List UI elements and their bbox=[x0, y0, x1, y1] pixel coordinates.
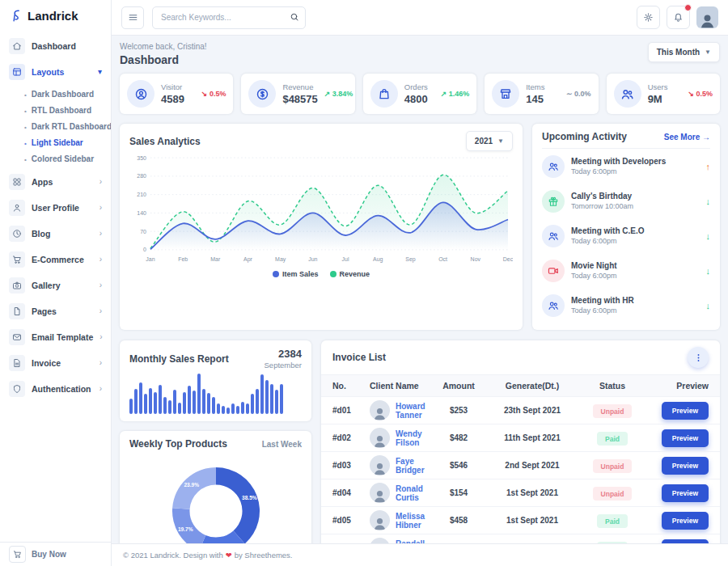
dashboard-content: Welcome back, Cristina! Dashboard This M… bbox=[112, 36, 728, 543]
activity-item[interactable]: Cally's Birthday Tomorrow 10:00am ↓ bbox=[542, 184, 710, 218]
preview-button[interactable]: Preview bbox=[662, 429, 709, 447]
table-row: #d06 Randall Case $548 28th Aug 2021 Pai… bbox=[321, 534, 720, 543]
bar bbox=[275, 390, 278, 414]
sidebar-item-email-template[interactable]: Email Template › bbox=[0, 324, 111, 350]
year-select[interactable]: 2021 ▼ bbox=[466, 131, 513, 151]
trend-indicator: ∼ 0.0% bbox=[566, 90, 591, 98]
search-input[interactable] bbox=[152, 6, 306, 29]
sidebar-subitem-light-sidebar[interactable]: Light Sidebar bbox=[24, 134, 111, 150]
client-link[interactable]: Melissa Hibner bbox=[370, 510, 432, 530]
activity-item[interactable]: Meeting with C.E.O Today 6:00pm ↓ bbox=[542, 218, 710, 253]
more-vertical-icon bbox=[693, 353, 704, 363]
sales-analytics-card: Sales Analytics 2021 ▼ 070140210280350Ja… bbox=[120, 124, 523, 330]
see-more-link[interactable]: See More → bbox=[664, 133, 710, 142]
notifications-button[interactable] bbox=[667, 6, 690, 29]
preview-button[interactable]: Preview bbox=[662, 402, 709, 420]
sidebar-subitem-rtl-dashboard[interactable]: RTL Dashboard bbox=[24, 102, 111, 118]
client-link[interactable]: Howard Tanner bbox=[370, 400, 432, 420]
sidebar-item-pages[interactable]: Pages › bbox=[0, 298, 111, 324]
video-icon bbox=[542, 260, 565, 282]
chevron-right-icon: › bbox=[99, 385, 102, 393]
sidebar-item-invoice[interactable]: Invoice › bbox=[0, 350, 111, 376]
users-icon bbox=[542, 155, 565, 178]
bar bbox=[280, 384, 283, 415]
svg-text:May: May bbox=[275, 256, 286, 263]
client-link[interactable]: Faye Bridger bbox=[370, 455, 432, 475]
sidebar-item-layouts[interactable]: Layouts ▾ bbox=[0, 59, 111, 85]
chevron-right-icon: › bbox=[99, 307, 102, 315]
cart-icon bbox=[9, 251, 25, 268]
welcome-text: Welcome back, Cristina! bbox=[120, 42, 207, 51]
revenue-legend-dot bbox=[330, 271, 336, 277]
person-icon bbox=[699, 11, 716, 28]
trend-arrow: ↓ bbox=[706, 231, 711, 241]
preview-button[interactable]: Preview bbox=[662, 457, 709, 475]
shield-icon bbox=[9, 381, 25, 397]
stat-card-revenue[interactable]: Revenue $48575 ↗ 3.84% bbox=[241, 74, 354, 114]
bar bbox=[183, 392, 186, 415]
bar bbox=[159, 385, 162, 414]
invoice-menu-button[interactable] bbox=[688, 347, 709, 368]
sidebar-subitem-colored-sidebar[interactable]: Colored Sidebar bbox=[24, 150, 111, 167]
bar bbox=[129, 399, 133, 414]
client-link[interactable]: Randall Case bbox=[370, 538, 432, 543]
sidebar-subitem-dark-rtl-dashboard[interactable]: Dark RTL Dashboard bbox=[24, 118, 111, 134]
trend-arrow: ↓ bbox=[706, 301, 711, 310]
bar bbox=[193, 391, 196, 414]
stat-card-visitor[interactable]: Visitor 4589 ↘ 0.5% bbox=[120, 74, 233, 114]
sidebar-item-user-profile[interactable]: User Profile › bbox=[0, 195, 111, 221]
preview-button[interactable]: Preview bbox=[662, 484, 709, 502]
item-sales-legend-dot bbox=[273, 271, 279, 277]
avatar bbox=[370, 538, 390, 543]
stat-card-users[interactable]: Users 9M ↘ 0.5% bbox=[607, 74, 720, 114]
brand-logo[interactable]: Landrick bbox=[0, 0, 111, 30]
search-icon[interactable] bbox=[290, 12, 299, 22]
sidebar-item-apps[interactable]: Apps › bbox=[0, 169, 111, 195]
invoice-list-card: Invoice List No. Client Name Amount Gene… bbox=[321, 340, 720, 543]
sidebar-item-gallery[interactable]: Gallery › bbox=[0, 272, 111, 298]
sidebar-item-authentication[interactable]: Authentication › bbox=[0, 376, 111, 402]
bar bbox=[226, 408, 230, 414]
svg-text:Jun: Jun bbox=[308, 256, 317, 262]
notification-dot bbox=[684, 4, 692, 11]
svg-text:350: 350 bbox=[137, 155, 146, 161]
svg-text:Nov: Nov bbox=[471, 256, 481, 262]
sidebar-toggle-button[interactable] bbox=[121, 6, 144, 29]
bar bbox=[236, 406, 239, 414]
stat-card-orders[interactable]: Orders 4800 ↗ 1.46% bbox=[363, 74, 476, 114]
client-link[interactable]: Ronald Curtis bbox=[370, 483, 432, 503]
sidebar-item-ecommerce[interactable]: E-Commerce › bbox=[0, 247, 111, 272]
sidebar-subitem-dark-dashboard[interactable]: Dark Dashboard bbox=[24, 86, 111, 102]
activity-item[interactable]: Meeting with Developers Today 6:00pm ↑ bbox=[542, 149, 710, 184]
chevron-right-icon: › bbox=[99, 178, 102, 186]
top-products-donut-chart: 38.5%17.9%19.7%23.9% bbox=[129, 450, 302, 543]
bell-icon bbox=[673, 12, 684, 23]
grid-icon bbox=[9, 174, 25, 190]
table-row: #d01 Howard Tanner $253 23th Sept 2021 U… bbox=[321, 396, 720, 424]
bar bbox=[173, 390, 176, 414]
preview-button[interactable]: Preview bbox=[662, 512, 709, 530]
activity-item[interactable]: Meeting with HR Today 6:00pm ↓ bbox=[542, 288, 710, 323]
bar bbox=[163, 397, 167, 414]
page-header: Welcome back, Cristina! Dashboard This M… bbox=[120, 42, 720, 66]
period-select[interactable]: This Month ▼ bbox=[648, 42, 720, 62]
client-link[interactable]: Wendy Filson bbox=[370, 428, 432, 448]
activity-item[interactable]: Movie Night Today 6:00pm ↓ bbox=[542, 253, 710, 288]
svg-text:0: 0 bbox=[143, 247, 146, 252]
buy-now-button[interactable]: Buy Now bbox=[0, 542, 111, 566]
trend-arrow: ↓ bbox=[706, 266, 711, 276]
settings-button[interactable] bbox=[637, 6, 660, 29]
sidebar-nav: Dashboard Layouts ▾ Dark Dashboard RTL D… bbox=[0, 30, 111, 542]
svg-text:Dec: Dec bbox=[503, 256, 513, 262]
user-avatar[interactable] bbox=[696, 6, 718, 28]
trend-arrow: ↓ bbox=[706, 196, 711, 206]
avatar bbox=[370, 483, 390, 503]
page-title: Dashboard bbox=[120, 53, 207, 66]
chevron-down-icon: ▾ bbox=[98, 68, 102, 76]
sidebar-item-dashboard[interactable]: Dashboard bbox=[0, 33, 111, 59]
monthly-sales-card: Monthly Sales Report 2384 September bbox=[120, 340, 311, 421]
sidebar-item-blog[interactable]: Blog › bbox=[0, 221, 111, 247]
stat-card-items[interactable]: Items 145 ∼ 0.0% bbox=[485, 74, 598, 114]
users-icon bbox=[542, 225, 565, 247]
gift-icon bbox=[542, 190, 565, 213]
